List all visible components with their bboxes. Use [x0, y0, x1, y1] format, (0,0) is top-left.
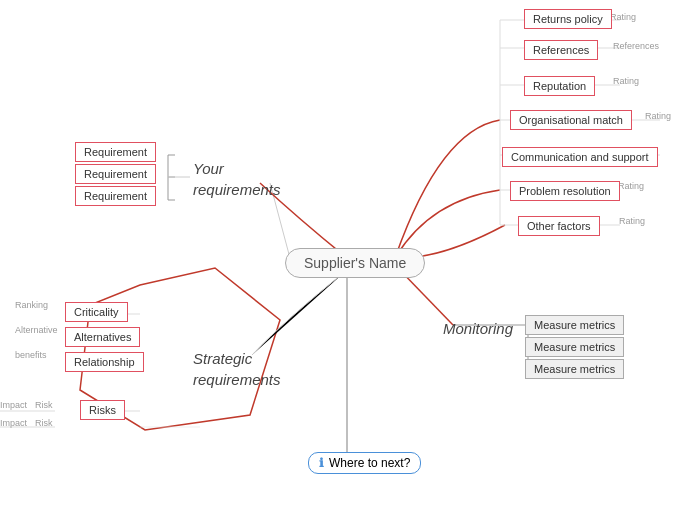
where-to-next[interactable]: ℹ Where to next?	[308, 452, 421, 474]
rating-4: Rating	[645, 111, 671, 121]
criticality-box[interactable]: Criticality	[65, 302, 128, 322]
rating-2: References	[613, 41, 659, 51]
returns-policy-box[interactable]: Returns policy	[524, 9, 612, 29]
alternative-label: Alternative	[15, 325, 58, 335]
risk-label-1: Risk	[35, 400, 53, 410]
monitoring-label: Monitoring	[443, 320, 513, 337]
your-requirements-label: Yourrequirements	[193, 158, 281, 200]
measure-metrics-1[interactable]: Measure metrics	[525, 315, 624, 335]
measure-metrics-2[interactable]: Measure metrics	[525, 337, 624, 357]
risks-box[interactable]: Risks	[80, 400, 125, 420]
requirement-1[interactable]: Requirement	[75, 142, 156, 162]
requirement-3[interactable]: Requirement	[75, 186, 156, 206]
comm-support-box[interactable]: Communication and support	[502, 147, 658, 167]
central-label: Supplier's Name	[304, 255, 406, 271]
info-icon: ℹ	[319, 456, 324, 470]
rating-6: Rating	[619, 216, 645, 226]
risk-label-2: Risk	[35, 418, 53, 428]
strategic-requirements-label: Strategicrequirements	[193, 348, 281, 390]
measure-metrics-3[interactable]: Measure metrics	[525, 359, 624, 379]
other-factors-box[interactable]: Other factors	[518, 216, 600, 236]
requirement-2[interactable]: Requirement	[75, 164, 156, 184]
ranking-label: Ranking	[15, 300, 48, 310]
org-match-box[interactable]: Organisational match	[510, 110, 632, 130]
relationship-box[interactable]: Relationship	[65, 352, 144, 372]
reputation-box[interactable]: Reputation	[524, 76, 595, 96]
problem-res-box[interactable]: Problem resolution	[510, 181, 620, 201]
references-box[interactable]: References	[524, 40, 598, 60]
central-node: Supplier's Name	[285, 248, 425, 278]
rating-1: Rating	[610, 12, 636, 22]
benefits-label: benefits	[15, 350, 47, 360]
rating-5: Rating	[618, 181, 644, 191]
impact-label-2: Impact	[0, 418, 27, 428]
where-to-next-label: Where to next?	[329, 456, 410, 470]
alternatives-box[interactable]: Alternatives	[65, 327, 140, 347]
impact-label-1: Impact	[0, 400, 27, 410]
rating-3: Rating	[613, 76, 639, 86]
